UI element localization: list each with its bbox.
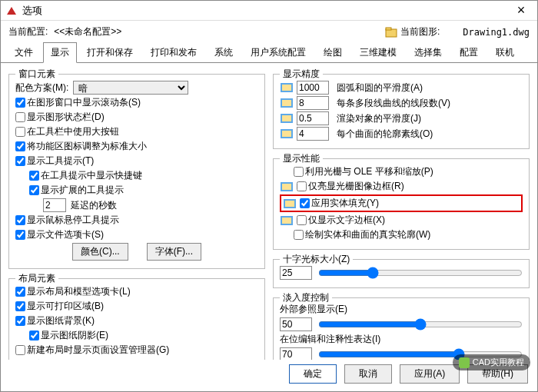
apply-button[interactable]: 应用(A) <box>400 364 460 384</box>
group-window-elements: 窗口元素 配色方案(M): 暗 在图形窗口中显示滚动条(S) 显示图形状态栏(D… <box>8 74 265 269</box>
rasterframe-checkbox[interactable] <box>297 181 307 191</box>
stdicon-checkbox[interactable] <box>15 141 25 151</box>
layouttabs-checkbox[interactable] <box>15 287 25 297</box>
delay-input[interactable] <box>43 198 66 212</box>
paper-checkbox[interactable] <box>15 316 25 326</box>
dwg-icon <box>280 82 294 93</box>
rollover-checkbox[interactable] <box>15 215 25 225</box>
textframe-checkbox[interactable] <box>297 215 307 225</box>
svg-rect-13 <box>285 201 294 207</box>
arc-input[interactable] <box>297 81 329 95</box>
tab-online[interactable]: 联机 <box>488 42 522 63</box>
solidfill-checkbox[interactable] <box>300 198 310 208</box>
tabs: 文件 显示 打开和保存 打印和发布 系统 用户系统配置 绘图 三维建模 选择集 … <box>1 42 537 63</box>
raster-checkbox[interactable] <box>294 167 304 177</box>
scroll-checkbox[interactable] <box>15 98 25 108</box>
svg-rect-3 <box>282 85 291 91</box>
group-layout-elements: 布局元素 显示布局和模型选项卡(L) 显示可打印区域(B) 显示图纸背景(K) … <box>8 278 265 360</box>
dwg-icon <box>280 98 294 108</box>
dwg-icon <box>280 181 294 192</box>
dialog-title: 选项 <box>22 4 510 18</box>
scheme-select[interactable]: 暗 <box>73 81 188 95</box>
statusbar-checkbox[interactable] <box>15 112 25 122</box>
render-input[interactable] <box>297 111 329 125</box>
tab-3d[interactable]: 三维建模 <box>352 42 404 63</box>
profile-value: <<未命名配置>> <box>54 25 121 38</box>
shortcut-checkbox[interactable] <box>29 171 39 181</box>
tab-drafting[interactable]: 绘图 <box>316 42 350 63</box>
tab-userpref[interactable]: 用户系统配置 <box>243 42 314 63</box>
ok-button[interactable]: 确定 <box>289 364 337 384</box>
wechat-icon <box>459 357 470 368</box>
tab-system[interactable]: 系统 <box>207 42 241 63</box>
tab-display[interactable]: 显示 <box>43 42 77 63</box>
group-crosshair: 十字光标大小(Z) <box>273 259 530 288</box>
dwg-icon <box>283 198 297 209</box>
seg-input[interactable] <box>297 96 329 110</box>
xref-input[interactable] <box>280 317 312 331</box>
tab-selection[interactable]: 选择集 <box>407 42 450 63</box>
filetabs-checkbox[interactable] <box>15 230 25 240</box>
highlight-solidfill: 应用实体填充(Y) <box>280 194 523 212</box>
drawing-label: 当前图形: <box>400 25 440 38</box>
tooltip-checkbox[interactable] <box>15 156 25 166</box>
inplace-input[interactable] <box>280 347 312 360</box>
svg-rect-15 <box>282 218 291 224</box>
drawing-value: Drawing1.dwg <box>463 27 530 38</box>
scheme-label: 配色方案(M): <box>15 81 68 95</box>
surf-input[interactable] <box>297 127 329 141</box>
xref-slider[interactable] <box>318 318 523 331</box>
group-display-precision: 显示精度 圆弧和圆的平滑度(A) 每条多段线曲线的线段数(V) 渲染对象的平滑度… <box>273 74 530 149</box>
cancel-button[interactable]: 取消 <box>344 364 392 384</box>
dwg-icon <box>280 215 294 226</box>
svg-rect-5 <box>282 100 291 106</box>
drawing-icon <box>385 27 397 38</box>
svg-rect-11 <box>282 184 291 190</box>
group-display-perf: 显示性能 利用光栅与 OLE 平移和缩放(P) 仅亮显光栅图像边框(R) 应用实… <box>273 158 530 250</box>
dwg-icon <box>280 128 294 139</box>
exttip-checkbox[interactable] <box>29 185 39 195</box>
svg-rect-1 <box>386 28 391 30</box>
shadow-checkbox[interactable] <box>29 331 39 341</box>
bigbtn-checkbox[interactable] <box>15 127 25 137</box>
app-icon <box>5 5 18 16</box>
crosshair-input[interactable] <box>280 266 312 280</box>
silhouette-checkbox[interactable] <box>294 230 304 240</box>
tab-opensave[interactable]: 打开和保存 <box>79 42 141 63</box>
color-button[interactable]: 颜色(C)... <box>72 243 128 261</box>
tab-plot[interactable]: 打印和发布 <box>143 42 204 63</box>
dwg-icon <box>280 113 294 124</box>
printable-checkbox[interactable] <box>15 301 25 311</box>
profile-label: 当前配置: <box>8 25 48 38</box>
tab-profiles[interactable]: 配置 <box>452 42 486 63</box>
group-fade: 淡入度控制 外部参照显示(E) 在位编辑和注释性表达(I) <box>273 297 530 360</box>
crosshair-slider[interactable] <box>318 267 523 279</box>
tab-file[interactable]: 文件 <box>7 42 41 63</box>
font-button[interactable]: 字体(F)... <box>147 243 201 261</box>
watermark: CAD实用教程 <box>453 354 530 370</box>
pagesetup-checkbox[interactable] <box>15 345 25 355</box>
close-icon[interactable]: × <box>510 2 533 18</box>
svg-rect-7 <box>282 115 291 121</box>
svg-rect-9 <box>282 131 291 137</box>
